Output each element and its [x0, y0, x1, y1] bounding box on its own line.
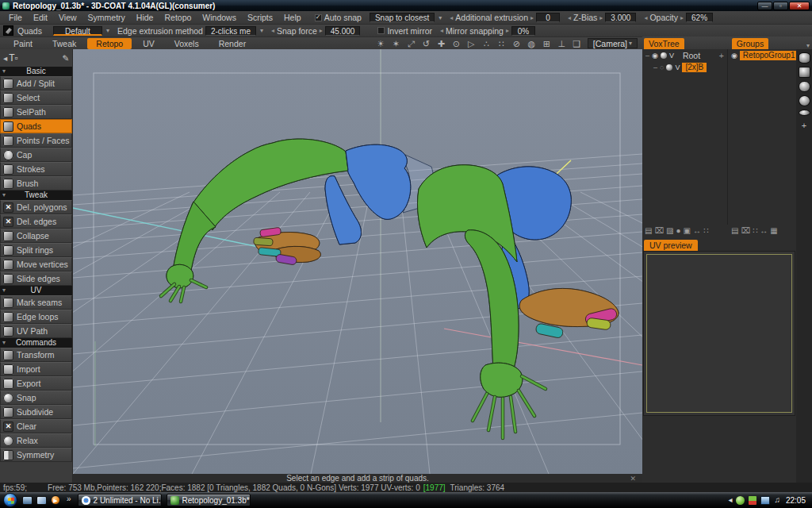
scale-icon[interactable]: ⤢	[405, 38, 417, 49]
panel-caret-icon[interactable]: ▾	[806, 42, 812, 49]
cylinder-primitive-icon[interactable]	[799, 52, 810, 64]
add-primitive-icon[interactable]: +	[802, 121, 806, 130]
taskbar-button[interactable]: 2 Unlimited - No Li...	[78, 494, 162, 506]
menu-hide[interactable]: Hide	[131, 13, 159, 22]
delete-layer-icon[interactable]: ⌧	[654, 226, 664, 235]
axis-icon[interactable]: ⊥	[556, 38, 568, 49]
spinner-right-icon[interactable]: ▸	[320, 27, 323, 34]
update-tray-icon[interactable]	[749, 496, 756, 505]
zoom-icon[interactable]: ⊙	[450, 38, 462, 49]
sidebar-item-points-faces[interactable]: Points / Faces	[0, 133, 72, 148]
title-bar[interactable]: Retopology_01.3b* - 3D-COAT 4.1.04A(GL)(…	[0, 0, 812, 11]
sidebar-item-symmetry[interactable]: Symmetry	[0, 448, 72, 462]
voxtree-child-row[interactable]: – ○ V [2x]B	[642, 61, 727, 73]
sidebar-item-slide-edges[interactable]: Slide edges	[0, 271, 72, 286]
menu-retopo[interactable]: Retopo	[159, 13, 197, 22]
sidebar-item-relax[interactable]: Relax	[0, 433, 72, 448]
spinner-left-icon[interactable]: ◂	[271, 27, 274, 34]
menu-windows[interactable]: Windows	[197, 13, 242, 22]
voxtree-root-label[interactable]: Root	[683, 51, 700, 60]
sidebar-item-del-edges[interactable]: ✕Del. edges	[0, 214, 72, 229]
sphere-primitive-icon[interactable]	[799, 95, 810, 106]
play-icon[interactable]: ▷	[465, 38, 477, 49]
sidebar-item-subdivide[interactable]: Subdivide	[0, 405, 72, 419]
menu-file[interactable]: File	[3, 13, 28, 22]
camera-dropdown[interactable]: [Camera] ▾	[588, 38, 638, 48]
menu-help[interactable]: Help	[278, 13, 307, 22]
capsule-primitive-icon[interactable]	[799, 81, 810, 92]
show-desktop-icon[interactable]	[22, 496, 33, 505]
media-player-icon[interactable]: ▶	[51, 495, 60, 505]
sidebar-item-export[interactable]: Export	[0, 376, 72, 391]
eye-icon[interactable]: ◉	[731, 52, 737, 60]
snap-points-icon[interactable]: ∴	[481, 38, 492, 49]
collapse-icon[interactable]: –	[653, 64, 657, 71]
tab-render[interactable]: Render	[210, 38, 255, 49]
menu-edit[interactable]: Edit	[28, 13, 53, 22]
eye-icon[interactable]: ◉	[652, 52, 658, 60]
explorer-icon[interactable]	[36, 496, 47, 505]
grid-icon[interactable]: ⊞	[541, 38, 553, 49]
add-layer-icon[interactable]: ▤	[645, 226, 652, 235]
preset-dropdown[interactable]: Default ▾	[53, 26, 109, 36]
sidebar-back-icon[interactable]: ◂	[3, 53, 7, 63]
spinner-right-icon[interactable]: ▸	[599, 14, 603, 21]
start-button[interactable]	[3, 493, 17, 507]
snap-force-value[interactable]: 45.000	[325, 26, 361, 36]
brush-preview-icon[interactable]	[3, 25, 13, 36]
add-group-icon[interactable]: ▤	[731, 226, 738, 235]
rotate-icon[interactable]: ↺	[420, 38, 432, 49]
network-tray-icon[interactable]	[760, 496, 770, 505]
swap-icon[interactable]: ↔	[693, 226, 701, 235]
sidebar-item-add-split[interactable]: Add / Split	[0, 76, 72, 90]
cube-primitive-icon[interactable]	[799, 67, 810, 78]
z-bias-value[interactable]: 3.000	[605, 13, 636, 22]
mirror-snapping-value[interactable]: 0%	[511, 26, 535, 36]
sidebar-item-del-polygons[interactable]: ✕Del. polygons	[0, 200, 72, 214]
menu-symmetry[interactable]: Symmetry	[82, 13, 131, 22]
sidebar-item-clear[interactable]: ✕Clear	[0, 419, 72, 433]
sidebar-item-quads[interactable]: Quads	[0, 119, 72, 133]
menu-view[interactable]: View	[53, 13, 82, 22]
auto-snap-checkbox[interactable]: ✓	[315, 14, 322, 21]
tab-voxtree[interactable]: VoxTree	[644, 38, 684, 49]
menu-scripts[interactable]: Scripts	[242, 13, 278, 22]
text-tool-icon[interactable]: T▫	[9, 52, 18, 64]
collapse-icon[interactable]: –	[645, 52, 649, 60]
spinner-right-icon[interactable]: ▸	[680, 14, 684, 21]
options-icon[interactable]: ∷	[703, 226, 708, 235]
voxtree-child-label[interactable]: [2x]B	[682, 63, 707, 72]
add-volume-icon[interactable]: +	[719, 51, 724, 60]
quicklaunch-chevron-icon[interactable]: »	[67, 495, 71, 503]
taskbar-button[interactable]: Retopology_01.3b* -...	[167, 494, 251, 506]
pencil-icon[interactable]: ✎	[62, 53, 69, 63]
minimize-button[interactable]: —	[757, 2, 772, 10]
tab-uv[interactable]: UV	[134, 38, 163, 49]
disc-primitive-icon[interactable]	[799, 110, 810, 116]
spinner-left-icon[interactable]: ◂	[644, 14, 647, 21]
snap-mode-value[interactable]: Snap to closest	[370, 13, 435, 22]
volume-tray-icon[interactable]: ♫	[774, 495, 780, 505]
sidebar-item-transform[interactable]: Transform	[0, 348, 72, 362]
additional-extrusion-value[interactable]: 0	[536, 13, 560, 22]
delete-group-icon[interactable]: ⌧	[741, 226, 750, 235]
sidebar-item-brush[interactable]: Brush	[0, 176, 72, 190]
groups-item-row[interactable]: ◉RetopoGroup1	[728, 49, 796, 61]
sidebar-item-cap[interactable]: Cap	[0, 148, 72, 162]
spinner-left-icon[interactable]: ◂	[568, 14, 571, 21]
tab-paint[interactable]: Paint	[5, 38, 41, 49]
tab-groups[interactable]: Groups	[732, 38, 768, 49]
duplicate-layer-icon[interactable]: ▨	[666, 226, 673, 235]
eye-off-icon[interactable]: ○	[660, 64, 664, 71]
close-button[interactable]: ✕	[789, 2, 810, 10]
visibility-icon[interactable]: ◍	[526, 38, 538, 49]
sidebar-item-strokes[interactable]: Strokes	[0, 162, 72, 176]
copy-icon[interactable]: ▣	[683, 226, 690, 235]
section-header-basic[interactable]: Basic	[0, 67, 72, 76]
section-header-uv[interactable]: UV	[0, 286, 72, 295]
sidebar-item-import[interactable]: Import	[0, 362, 72, 376]
maximize-button[interactable]: ▫	[773, 2, 788, 10]
3d-viewport[interactable]	[73, 49, 642, 474]
tab-uv-preview[interactable]: UV preview	[644, 240, 698, 251]
tray-chevron-icon[interactable]: ◂	[728, 495, 732, 505]
